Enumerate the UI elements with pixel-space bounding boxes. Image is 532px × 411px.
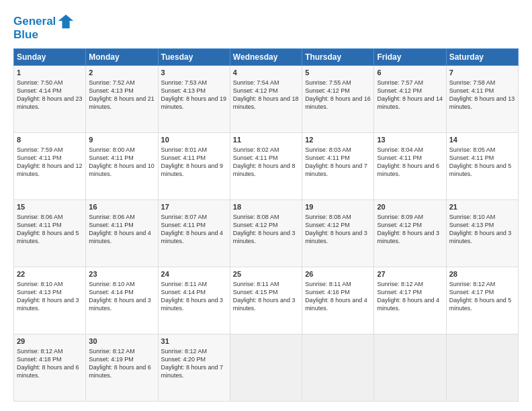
- calendar-cell: 1Sunrise: 7:50 AMSunset: 4:14 PMDaylight…: [14, 66, 86, 133]
- day-number: 31: [161, 336, 227, 347]
- calendar-cell: 4Sunrise: 7:54 AMSunset: 4:12 PMDaylight…: [230, 66, 302, 133]
- day-number: 5: [305, 68, 371, 78]
- day-number: 24: [161, 269, 227, 279]
- calendar-cell: 10Sunrise: 8:01 AMSunset: 4:11 PMDayligh…: [158, 133, 230, 200]
- calendar-cell: 20Sunrise: 8:09 AMSunset: 4:12 PMDayligh…: [374, 200, 446, 267]
- day-number: 12: [305, 135, 371, 145]
- logo: General Blue: [13, 12, 76, 42]
- calendar-week-row: 29Sunrise: 8:12 AMSunset: 4:18 PMDayligh…: [14, 334, 519, 402]
- day-number: 11: [233, 135, 299, 145]
- calendar-cell: 29Sunrise: 8:12 AMSunset: 4:18 PMDayligh…: [14, 334, 86, 402]
- calendar-table: SundayMondayTuesdayWednesdayThursdayFrid…: [13, 48, 519, 402]
- calendar-cell: 24Sunrise: 8:11 AMSunset: 4:14 PMDayligh…: [158, 267, 230, 334]
- day-number: 7: [449, 68, 515, 78]
- calendar-day-header: Sunday: [14, 49, 86, 66]
- calendar-week-row: 8Sunrise: 7:59 AMSunset: 4:11 PMDaylight…: [14, 133, 519, 200]
- day-number: 10: [161, 135, 227, 145]
- day-number: 1: [17, 68, 83, 78]
- day-number: 21: [449, 202, 515, 212]
- day-number: 30: [89, 336, 154, 347]
- day-number: 15: [17, 202, 83, 212]
- calendar-cell: 2Sunrise: 7:52 AMSunset: 4:13 PMDaylight…: [86, 66, 158, 133]
- day-number: 16: [89, 202, 154, 212]
- day-number: 26: [305, 269, 371, 279]
- day-number: 4: [233, 68, 299, 78]
- logo-text: General: [13, 15, 56, 28]
- calendar-cell: 19Sunrise: 8:08 AMSunset: 4:12 PMDayligh…: [302, 200, 374, 267]
- day-number: 14: [449, 135, 515, 145]
- day-number: 6: [377, 68, 443, 78]
- logo-icon: [57, 12, 76, 31]
- calendar-cell: 17Sunrise: 8:07 AMSunset: 4:11 PMDayligh…: [158, 200, 230, 267]
- calendar-day-header: Saturday: [446, 49, 518, 66]
- calendar-cell: 3Sunrise: 7:53 AMSunset: 4:13 PMDaylight…: [158, 66, 230, 133]
- calendar-day-header: Tuesday: [158, 49, 230, 66]
- calendar-cell: [302, 334, 374, 402]
- day-number: 23: [89, 269, 154, 279]
- day-number: 20: [377, 202, 443, 212]
- calendar-day-header: Monday: [86, 49, 158, 66]
- calendar-cell: 21Sunrise: 8:10 AMSunset: 4:13 PMDayligh…: [446, 200, 518, 267]
- header: General Blue: [13, 12, 519, 42]
- calendar-cell: 15Sunrise: 8:06 AMSunset: 4:11 PMDayligh…: [14, 200, 86, 267]
- calendar-cell: 11Sunrise: 8:02 AMSunset: 4:11 PMDayligh…: [230, 133, 302, 200]
- calendar-cell: 16Sunrise: 8:06 AMSunset: 4:11 PMDayligh…: [86, 200, 158, 267]
- day-number: 13: [377, 135, 443, 145]
- day-number: 25: [233, 269, 299, 279]
- calendar-cell: 14Sunrise: 8:05 AMSunset: 4:11 PMDayligh…: [446, 133, 518, 200]
- calendar-cell: 18Sunrise: 8:08 AMSunset: 4:12 PMDayligh…: [230, 200, 302, 267]
- day-number: 22: [17, 269, 83, 279]
- calendar-week-row: 1Sunrise: 7:50 AMSunset: 4:14 PMDaylight…: [14, 66, 519, 133]
- calendar-week-row: 22Sunrise: 8:10 AMSunset: 4:13 PMDayligh…: [14, 267, 519, 334]
- day-number: 28: [449, 269, 515, 279]
- day-number: 3: [161, 68, 227, 78]
- calendar-week-row: 15Sunrise: 8:06 AMSunset: 4:11 PMDayligh…: [14, 200, 519, 267]
- day-number: 2: [89, 68, 154, 78]
- calendar-cell: 6Sunrise: 7:57 AMSunset: 4:12 PMDaylight…: [374, 66, 446, 133]
- calendar-cell: 23Sunrise: 8:10 AMSunset: 4:14 PMDayligh…: [86, 267, 158, 334]
- day-number: 18: [233, 202, 299, 212]
- calendar-cell: 13Sunrise: 8:04 AMSunset: 4:11 PMDayligh…: [374, 133, 446, 200]
- calendar-cell: [230, 334, 302, 402]
- calendar-cell: 27Sunrise: 8:12 AMSunset: 4:17 PMDayligh…: [374, 267, 446, 334]
- calendar-cell: 31Sunrise: 8:12 AMSunset: 4:20 PMDayligh…: [158, 334, 230, 402]
- calendar-cell: 30Sunrise: 8:12 AMSunset: 4:19 PMDayligh…: [86, 334, 158, 402]
- calendar-cell: 5Sunrise: 7:55 AMSunset: 4:12 PMDaylight…: [302, 66, 374, 133]
- calendar-cell: [374, 334, 446, 402]
- calendar-cell: 9Sunrise: 8:00 AMSunset: 4:11 PMDaylight…: [86, 133, 158, 200]
- calendar-day-header: Friday: [374, 49, 446, 66]
- calendar-cell: 12Sunrise: 8:03 AMSunset: 4:11 PMDayligh…: [302, 133, 374, 200]
- day-number: 29: [17, 336, 83, 347]
- calendar-cell: 26Sunrise: 8:11 AMSunset: 4:16 PMDayligh…: [302, 267, 374, 334]
- day-number: 8: [17, 135, 83, 145]
- day-number: 9: [89, 135, 154, 145]
- calendar-cell: 28Sunrise: 8:12 AMSunset: 4:17 PMDayligh…: [446, 267, 518, 334]
- calendar-cell: 22Sunrise: 8:10 AMSunset: 4:13 PMDayligh…: [14, 267, 86, 334]
- calendar-cell: 7Sunrise: 7:58 AMSunset: 4:11 PMDaylight…: [446, 66, 518, 133]
- calendar-day-header: Wednesday: [230, 49, 302, 66]
- calendar-cell: [446, 334, 518, 402]
- svg-marker-0: [58, 15, 73, 29]
- day-number: 19: [305, 202, 371, 212]
- calendar-header-row: SundayMondayTuesdayWednesdayThursdayFrid…: [14, 49, 519, 66]
- day-number: 17: [161, 202, 227, 212]
- calendar-cell: 8Sunrise: 7:59 AMSunset: 4:11 PMDaylight…: [14, 133, 86, 200]
- calendar-cell: 25Sunrise: 8:11 AMSunset: 4:15 PMDayligh…: [230, 267, 302, 334]
- day-number: 27: [377, 269, 443, 279]
- calendar-day-header: Thursday: [302, 49, 374, 66]
- page: General Blue SundayMondayTuesdayWednesda…: [0, 0, 532, 411]
